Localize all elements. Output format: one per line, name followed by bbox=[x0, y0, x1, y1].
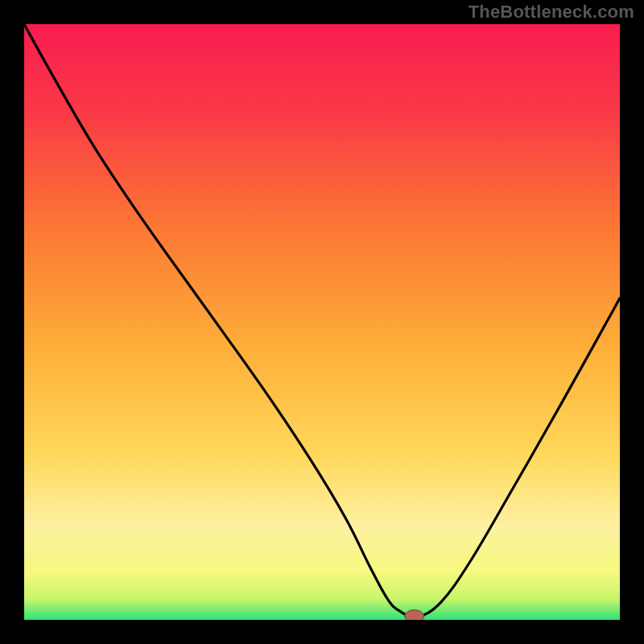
plot-area bbox=[24, 24, 620, 620]
watermark-text: TheBottleneck.com bbox=[469, 2, 634, 23]
chart-svg bbox=[24, 24, 620, 620]
gradient-background bbox=[24, 24, 620, 620]
chart-frame: TheBottleneck.com bbox=[0, 0, 644, 644]
optimal-point-marker bbox=[405, 610, 424, 620]
